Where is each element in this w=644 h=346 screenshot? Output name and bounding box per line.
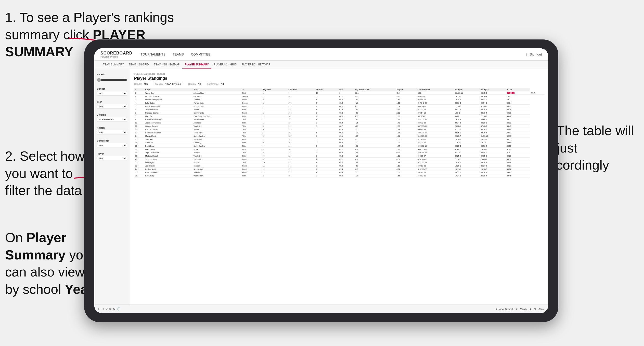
refresh-icon[interactable]: ⟳ [106,307,108,311]
table-row: 15Jake HallTennesseeFifth718068.5-1.51.6… [134,138,544,141]
table-row: 7Nicholas GabrieleNorth FloridaFourth127… [134,111,544,115]
table-row: 5Christo LamprechtGeorgia TechFourth2212… [134,105,544,108]
grid-icon[interactable]: ⊞ [534,308,536,310]
toolbar-view: 👁 View: Original [495,308,513,310]
share-btn[interactable]: Share [538,308,545,310]
sidebar-conference: Conference (All) [97,140,127,150]
conference-label: Conference [97,140,127,142]
player-select[interactable]: (All) [97,156,127,160]
bottom-toolbar: ↩ ↪ ⟳ ⧉ ⚙ 🕐 👁 View: Original 👁 Watch ⬇ ⊞… [94,305,548,313]
sidebar: No Rds. Gender Men Women Year (All) Firs… [94,69,130,313]
table-row: 20Matthew RiedelVanderbiltFifth922068.8-… [134,154,544,158]
filters-row: Gender: Men Division: NCAA Division I Re… [134,83,544,85]
table-row: 25Cole SherwoodVanderbiltFourth1223169.3… [134,171,544,174]
col-overall: Overall Record [417,88,454,91]
sign-out-separator: | [526,53,527,56]
region-select[interactable]: N/A All [97,130,127,134]
table-row: 26Petr HrubyWashingtonFifth725068.6-1.81… [134,174,544,177]
powered-text: Powered by clippi [100,56,133,58]
subnav-team-h2h-heatmap[interactable]: TEAM H2H HEATMAP [151,61,182,69]
sidebar-division: Division NCAA Division I [97,114,127,124]
table-row: 8Mats EgeEast Tennessee StateFifth124268… [134,115,544,118]
year-label: Year [97,101,127,103]
col-player: Player [144,88,192,91]
player-label: Player [97,153,127,155]
nav-right: | Sign out [526,52,542,57]
no-rds-slider[interactable] [97,78,127,82]
table-body: 1Wenyi DingArizona StateFirst1115167.1-3… [134,91,544,177]
filter-division: Division: NCAA Division I [155,83,182,85]
logo-text: SCOREBOARD [100,51,133,56]
table-header: # Player School Yr Reg Rank Conf Rank No… [134,88,544,91]
update-time: Update time: 27/03/2024 16:56:26 [134,73,544,75]
subnav-player-h2h-grid[interactable]: PLAYER H2H GRID [211,61,239,69]
region-label: Region [97,127,127,129]
no-rds-label: No Rds. [97,73,127,76]
undo-icon[interactable]: ↩ [98,307,100,311]
table-row: 10Jacob Skov OlesenArkansasFifth123068.4… [134,121,544,124]
col-rank: # [134,88,144,91]
col-top50: Vs Top 50 [480,88,506,91]
instruction-step2: 2. Select how you want to filter the dat… [5,148,92,199]
table-row: 9Preston SummerhaysArizona StateThird134… [134,118,544,121]
content-area: No Rds. Gender Men Women Year (All) Firs… [94,69,548,313]
division-label: Division [97,114,127,116]
subnav-player-summary[interactable]: PLAYER SUMMARY [182,61,211,69]
copy-icon[interactable]: ⧉ [109,307,111,311]
table-row: 11Gordon SargentVanderbiltThird421068.7-… [134,124,544,128]
tablet-frame: SCOREBOARD Powered by clippi TOURNAMENTS… [84,39,558,322]
eye-icon: 👁 [495,308,498,310]
app-nav: SCOREBOARD Powered by clippi TOURNAMENTS… [94,48,548,61]
sidebar-region: Region N/A All [97,127,127,137]
export-icon[interactable]: ⬇ [529,308,531,310]
conference-select[interactable]: (All) [97,143,127,147]
col-conf-rank: Conf Rank [287,88,315,91]
sign-out-btn[interactable]: Sign out [530,52,542,57]
col-no-rds: No. Rds. [315,88,339,91]
redo-icon[interactable]: ↪ [102,307,104,311]
watch-icon: 👁 [516,308,518,310]
app-logo: SCOREBOARD Powered by clippi [100,51,133,58]
table-row: 24Bastien AmatNew MexicoFourth127269.4-1… [134,168,544,171]
col-avg-sg: Avg SG [395,88,417,91]
filter-region: Region: All [188,83,201,85]
table-row: 14Maxwell FordNorth CarolinaThird422069.… [134,134,544,138]
main-area: Update time: 27/03/2024 16:56:26 Player … [130,69,548,313]
subnav-team-summary[interactable]: TEAM SUMMARY [100,61,126,69]
subnav-player-h2h-heatmap[interactable]: PLAYER H2H HEATMAP [239,61,273,69]
col-adj-score: Adj. Score to Par [354,88,395,91]
col-reg-rank: Reg Rank [262,88,287,91]
nav-committee[interactable]: COMMITTEE [191,52,211,57]
toolbar-actions: 👁 Watch ⬇ ⊞ Share [516,308,545,310]
col-wins: Wins [338,88,354,91]
main-nav: TOURNAMENTS TEAMS COMMITTEE [141,52,526,57]
table-row: 1Wenyi DingArizona StateFirst1115167.1-3… [134,91,544,95]
watch-btn[interactable]: Watch [520,308,527,310]
table-title: Player Standings [134,76,544,81]
table-row: 17David FordNorth CarolinaFifth421069.0-… [134,144,544,148]
tablet-screen: SCOREBOARD Powered by clippi TOURNAMENTS… [94,48,548,313]
table-row: 19Tiger ChristensenArizonaThird523269.2-… [134,151,544,154]
table-row: 18Luke PowellUCLAFirst424069.1-1.81.1350… [134,148,544,151]
subnav-team-h2h-grid[interactable]: TEAM H2H GRID [126,61,151,69]
year-select[interactable]: (All) First Second Third Fourth Fifth [97,104,127,108]
table-row: 22Ian GilliganFloridaThird1024168.7-0.91… [134,161,544,164]
filter-gender: Gender: Men [134,83,149,85]
view-label[interactable]: View: Original [499,308,513,310]
gender-label: Gender [97,88,127,90]
nav-tournaments[interactable]: TOURNAMENTS [141,52,166,57]
col-yr: Yr [241,88,262,91]
gender-select[interactable]: Men Women [97,91,127,95]
table-row: 12Brendan ValdesAuburnThird537068.4-1.11… [134,128,544,131]
table-row: 16Alex GoffKentuckyFifth919068.3-1.71.92… [134,141,544,144]
col-top25: Vs Top 25 [454,88,480,91]
clock-icon[interactable]: 🕐 [117,307,121,311]
table-row: 21Taehoon SongWashingtonFourth423169.1-1… [134,158,544,161]
nav-teams[interactable]: TEAMS [173,52,184,57]
step2-text: 2. Select how you want to filter the dat… [5,149,85,198]
toolbar-icons: ↩ ↪ ⟳ ⧉ ⚙ 🕐 [98,307,121,311]
step2b-on: On [5,230,27,245]
settings-icon[interactable]: ⚙ [113,307,115,311]
standings-table: # Player School Yr Reg Rank Conf Rank No… [134,88,544,177]
division-select[interactable]: NCAA Division I [97,117,127,121]
